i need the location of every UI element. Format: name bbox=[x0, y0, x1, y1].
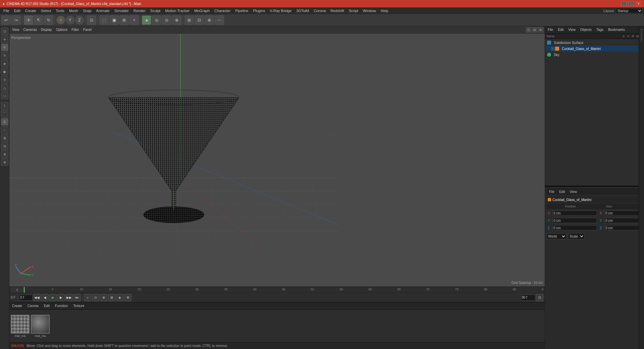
redo-button[interactable]: ↪ bbox=[11, 15, 21, 25]
sidebar-mode-5[interactable]: □ bbox=[1, 92, 8, 99]
sidebar-scale-tool[interactable]: ⇱ bbox=[1, 44, 8, 51]
obj-menu-file[interactable]: File bbox=[546, 27, 554, 32]
model-mode-button[interactable]: ✕ bbox=[56, 16, 65, 24]
anim-expand-button[interactable]: ⊡ bbox=[536, 294, 543, 301]
snap-btn[interactable]: ⊡ bbox=[195, 15, 204, 25]
sidebar-tool-6[interactable]: ⊟ bbox=[1, 142, 8, 150]
viewport[interactable]: X Y Z Perspective Grid Spacing : 10 cm bbox=[9, 34, 545, 287]
shading-btn[interactable]: ◈ bbox=[142, 15, 151, 25]
material-item-2[interactable]: mat_ma bbox=[31, 315, 50, 338]
record-button[interactable]: ● bbox=[84, 294, 91, 301]
add-render-button[interactable]: + bbox=[129, 15, 139, 25]
sidebar-tool-5[interactable]: ⊞ bbox=[1, 134, 8, 142]
menu-select[interactable]: Select bbox=[39, 8, 53, 13]
wire-btn[interactable]: ◎ bbox=[152, 15, 161, 25]
sidebar-tool-3[interactable]: S bbox=[1, 118, 8, 126]
vp-expand-icon[interactable]: ⊕ bbox=[538, 27, 543, 33]
start-frame-input[interactable] bbox=[19, 295, 33, 301]
menu-create[interactable]: Create bbox=[23, 8, 38, 13]
coord-button[interactable]: ⊡ bbox=[87, 15, 96, 25]
vp-menu-filter[interactable]: Filter bbox=[70, 27, 80, 32]
sidebar-tool-7[interactable]: ⊕ bbox=[1, 150, 8, 158]
menu-redshift[interactable]: Redshift bbox=[328, 8, 346, 13]
menu-mesh[interactable]: Mesh bbox=[67, 8, 80, 13]
render-region-button[interactable]: ⬚ bbox=[99, 15, 109, 25]
menu-simulate[interactable]: Simulate bbox=[112, 8, 131, 13]
vp-frame-all-icon[interactable]: ⊡ bbox=[526, 27, 531, 33]
coord-input-z-size[interactable] bbox=[604, 225, 644, 231]
sidebar-mode-2[interactable]: ◉ bbox=[1, 68, 8, 75]
sidebar-tool-2[interactable]: ⌒ bbox=[1, 110, 8, 117]
render-all-button[interactable]: ⊞ bbox=[119, 15, 129, 25]
sidebar-move-tool[interactable]: ✛ bbox=[1, 36, 8, 43]
maximize-button[interactable]: □ bbox=[629, 1, 634, 6]
minimize-button[interactable]: − bbox=[621, 1, 627, 6]
mat-menu-create[interactable]: Create bbox=[11, 303, 23, 308]
coords-menu-file[interactable]: File bbox=[548, 189, 556, 194]
menu-plugins[interactable]: Plugins bbox=[251, 8, 267, 13]
coords-menu-edit[interactable]: Edit bbox=[558, 189, 566, 194]
play-button[interactable]: ▶ bbox=[49, 294, 57, 301]
coord-input-x-size[interactable] bbox=[604, 210, 644, 216]
sidebar-select-tool[interactable]: ⊡ bbox=[1, 28, 8, 35]
deform-btn[interactable]: ⊙ bbox=[162, 15, 171, 25]
grid-btn[interactable]: ⊞ bbox=[184, 15, 194, 25]
obj-menu-tags[interactable]: Tags bbox=[595, 27, 605, 32]
menu-snap[interactable]: Snap bbox=[81, 8, 94, 13]
menu-render[interactable]: Render bbox=[131, 8, 148, 13]
menu-animate[interactable]: Animate bbox=[94, 8, 112, 13]
expand-icon[interactable]: + bbox=[551, 47, 554, 50]
prev-keyframe-button[interactable]: ◀◀ bbox=[33, 294, 41, 301]
menu-file[interactable]: File bbox=[1, 8, 11, 13]
sidebar-mode-4[interactable]: △ bbox=[1, 84, 8, 91]
obj-menu-view[interactable]: View bbox=[567, 27, 577, 32]
sidebar-mode-1[interactable]: ◈ bbox=[1, 60, 8, 67]
menu-window[interactable]: Window bbox=[361, 8, 378, 13]
obj-menu-bookmarks[interactable]: Bookmarks bbox=[607, 27, 626, 32]
end-frame-input[interactable] bbox=[521, 295, 535, 301]
menu-tools[interactable]: Tools bbox=[54, 8, 66, 13]
sidebar-mode-3[interactable]: ⊙ bbox=[1, 76, 8, 83]
sidebar-tool-8[interactable]: ⊗ bbox=[1, 158, 8, 166]
material-swatch-1[interactable] bbox=[11, 315, 30, 334]
obj-item-sky[interactable]: Sky ✎ bbox=[546, 52, 644, 58]
mesh-mode-button[interactable]: Y bbox=[66, 16, 74, 24]
mat-menu-edit[interactable]: Edit bbox=[43, 303, 51, 308]
vp-menu-display[interactable]: Display bbox=[40, 27, 53, 32]
close-button[interactable]: ✕ bbox=[636, 1, 641, 6]
menu-help[interactable]: Help bbox=[379, 8, 390, 13]
vp-frame-selected-icon[interactable]: ⊞ bbox=[532, 27, 537, 33]
keyframe-button[interactable]: ⊕ bbox=[100, 294, 107, 301]
vp-menu-panel[interactable]: Panel bbox=[82, 27, 93, 32]
material-swatch-2[interactable] bbox=[31, 315, 50, 334]
mat-menu-function[interactable]: Function bbox=[54, 303, 69, 308]
vp-menu-options[interactable]: Options bbox=[55, 27, 69, 32]
coord-input-z-pos[interactable] bbox=[552, 225, 597, 231]
menu-sculpt[interactable]: Sculpt bbox=[148, 8, 163, 13]
anim-settings-button[interactable]: ⚙ bbox=[124, 294, 131, 301]
sidebar-tool-1[interactable]: ⌇ bbox=[1, 102, 8, 109]
motion-path-button[interactable]: ⊞ bbox=[108, 294, 115, 301]
obj-item-subdivision-surface[interactable]: Subdivision Surface ✎ bbox=[546, 40, 644, 46]
coord-input-x-pos[interactable] bbox=[552, 210, 597, 216]
world-dropdown[interactable]: World Object bbox=[546, 233, 567, 239]
coords-menu-view[interactable]: View bbox=[568, 189, 578, 194]
menu-mograph[interactable]: MoGraph bbox=[192, 8, 212, 13]
layout-dropdown[interactable]: Startup bbox=[616, 8, 643, 13]
menu-pipeline[interactable]: Pipeline bbox=[233, 8, 250, 13]
move-tool-button[interactable]: ✛ bbox=[24, 15, 33, 25]
menu-script[interactable]: Script bbox=[347, 8, 360, 13]
sidebar-tool-4[interactable]: ⌣ bbox=[1, 126, 8, 134]
mat-menu-corona[interactable]: Corona bbox=[26, 303, 40, 308]
sidebar-rotate-tool[interactable]: ↻ bbox=[1, 52, 8, 59]
texture-btn[interactable]: ⊕ bbox=[172, 15, 181, 25]
rotate-tool-button[interactable]: ↻ bbox=[44, 15, 53, 25]
menu-motion-tracker[interactable]: Motion Tracker bbox=[163, 8, 192, 13]
obj-menu-edit[interactable]: Edit bbox=[556, 27, 565, 32]
render-view-button[interactable]: ▣ bbox=[109, 15, 119, 25]
coord-input-y-size[interactable] bbox=[604, 218, 644, 223]
menu-3dtoall[interactable]: 3DToAll bbox=[294, 8, 311, 13]
material-item-1[interactable]: mat_ma bbox=[11, 315, 30, 338]
next-frame-button[interactable]: ▶ bbox=[57, 294, 65, 301]
menu-character[interactable]: Character bbox=[212, 8, 232, 13]
